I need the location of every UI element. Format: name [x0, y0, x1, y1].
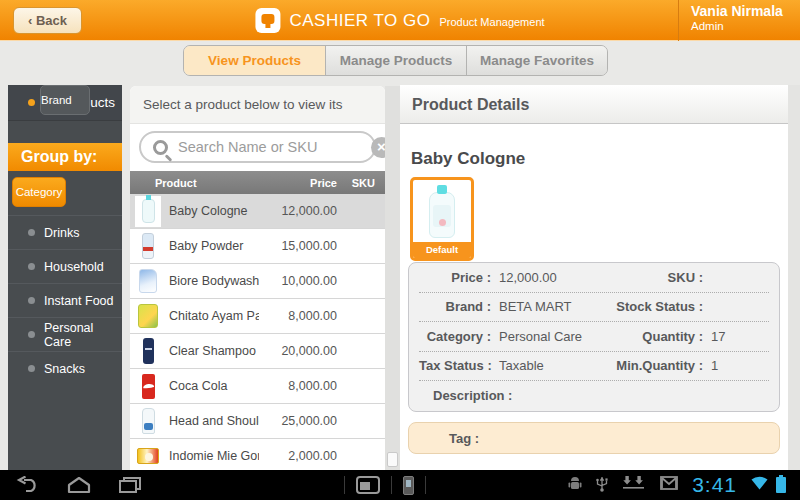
android-navbar: 3:41 [0, 470, 800, 500]
product-image[interactable]: Default image [410, 177, 474, 261]
product-name: Baby Powder [169, 239, 259, 253]
product-details-panel: Product Details Baby Cologne Default ima… [400, 85, 788, 470]
scrollbar-thumb[interactable] [387, 452, 398, 467]
field-label: SKU : [603, 270, 703, 285]
product-name: Baby Cologne [169, 204, 259, 218]
table-row[interactable]: Clear Shampoo 20,000.00 [130, 334, 385, 369]
app-title: CASHIER TO GO [289, 11, 430, 31]
download-notification-icon[interactable] [622, 476, 646, 494]
default-image-badge: Default image [413, 242, 471, 258]
column-product: Product [130, 177, 259, 189]
category-label: Household [44, 260, 104, 274]
group-by-buttons: Category Brand [8, 171, 122, 215]
table-row[interactable]: Indomie Mie Gor... 2,000.00 [130, 439, 385, 470]
user-info[interactable]: Vania Nirmala Admin [678, 0, 800, 41]
product-name: Chitato Ayam Pa... [169, 309, 259, 323]
divider [391, 476, 392, 494]
search-icon [153, 140, 168, 155]
product-thumbnail [135, 266, 161, 297]
field-label: Brand : [419, 299, 491, 314]
back-nav-icon[interactable] [16, 476, 40, 494]
tab-manage-favorites[interactable]: Manage Favorites [466, 46, 607, 75]
back-button[interactable]: ‹ Back [13, 7, 82, 34]
back-chevron-icon: ‹ [28, 13, 32, 28]
bullet-icon [28, 99, 35, 106]
table-row[interactable]: Baby Cologne 12,000.00 [130, 194, 385, 229]
field-label: Tax Status : [419, 358, 491, 373]
details-scrollbar[interactable] [788, 85, 800, 470]
sidebar-item-snacks[interactable]: Snacks [8, 351, 122, 385]
search-box: × [139, 131, 376, 163]
detail-row: Category : Personal Care Quantity : 17 [419, 322, 769, 352]
sidebar-item-personal-care[interactable]: Personal Care [8, 317, 122, 351]
field-value: 12,000.00 [491, 270, 603, 285]
recents-nav-icon[interactable] [118, 476, 142, 494]
battery-icon[interactable] [776, 477, 786, 493]
bullet-icon [28, 331, 35, 338]
tag-box: Tag : [408, 422, 780, 454]
group-by-header: Group by: [8, 143, 122, 171]
app-logo-icon [255, 8, 280, 33]
table-row[interactable]: Baby Powder 15,000.00 [130, 229, 385, 264]
clock[interactable]: 3:41 [692, 473, 737, 497]
tab-manage-products[interactable]: Manage Products [325, 46, 466, 75]
category-label: Drinks [44, 226, 79, 240]
screenshot-icon[interactable] [356, 476, 380, 494]
field-value: 1 [703, 358, 769, 373]
bullet-icon [28, 229, 35, 236]
app-brand: CASHIER TO GO Product Management [255, 0, 544, 41]
product-price: 2,000.00 [259, 449, 337, 463]
tab-view-products[interactable]: View Products [184, 46, 325, 75]
adb-debug-icon[interactable] [568, 475, 582, 495]
product-price: 20,000.00 [259, 344, 337, 358]
back-label: Back [36, 13, 67, 28]
product-price: 10,000.00 [259, 274, 337, 288]
detail-fields-box: Price : 12,000.00 SKU : Brand : BETA MAR… [408, 262, 780, 412]
product-list-panel: Select a product below to view its detai… [130, 86, 385, 470]
table-row[interactable]: Chitato Ayam Pa... 8,000.00 [130, 299, 385, 334]
app-subtitle: Product Management [439, 16, 544, 28]
group-by-brand-button[interactable]: Brand [40, 85, 90, 115]
details-panel-title: Product Details [400, 85, 788, 124]
tag-label: Tag : [449, 431, 479, 446]
gmail-notification-icon[interactable] [660, 476, 678, 494]
category-label: Personal Care [44, 321, 122, 349]
wifi-icon[interactable] [751, 476, 768, 494]
detail-row-description: Description : [419, 381, 769, 411]
product-price: 12,000.00 [259, 204, 337, 218]
sidebar-item-instant-food[interactable]: Instant Food [8, 283, 122, 317]
sidebar-item-household[interactable]: Household [8, 249, 122, 283]
field-value: Personal Care [491, 329, 603, 344]
product-price: 25,000.00 [259, 414, 337, 428]
category-label: Instant Food [44, 294, 114, 308]
list-instruction: Select a product below to view its detai… [130, 86, 385, 124]
table-row[interactable]: Head and Should... 25,000.00 [130, 404, 385, 439]
list-scrollbar[interactable] [385, 86, 400, 470]
product-thumbnail [135, 441, 161, 471]
device-status-icon[interactable] [403, 476, 414, 495]
bullet-icon [28, 263, 35, 270]
field-label: Price : [419, 270, 491, 285]
category-sidebar: All Products Group by: Category Brand Dr… [8, 85, 122, 470]
product-image-preview [413, 180, 471, 242]
search-input[interactable] [168, 139, 371, 155]
product-thumbnail [135, 336, 161, 367]
table-row[interactable]: Coca Cola 8,000.00 [130, 369, 385, 404]
sidebar-item-drinks[interactable]: Drinks [8, 215, 122, 249]
field-label: Quantity : [603, 329, 703, 344]
home-nav-icon[interactable] [67, 476, 91, 494]
product-price: 8,000.00 [259, 309, 337, 323]
field-value: BETA MART [491, 299, 603, 314]
app-screen: ‹ Back CASHIER TO GO Product Management … [0, 0, 800, 500]
search-area: × [130, 124, 385, 171]
group-by-category-button[interactable]: Category [12, 177, 66, 207]
product-price: 15,000.00 [259, 239, 337, 253]
table-row[interactable]: Biore Bodywash 10,000.00 [130, 264, 385, 299]
field-label: Min.Quantity : [603, 358, 703, 373]
field-label: Category : [419, 329, 491, 344]
tab-bar: View Products Manage Products Manage Fav… [183, 45, 608, 76]
product-name: Clear Shampoo [169, 344, 259, 358]
usb-icon[interactable] [596, 475, 608, 496]
clear-search-icon[interactable]: × [371, 137, 385, 158]
product-thumbnail [135, 231, 161, 262]
